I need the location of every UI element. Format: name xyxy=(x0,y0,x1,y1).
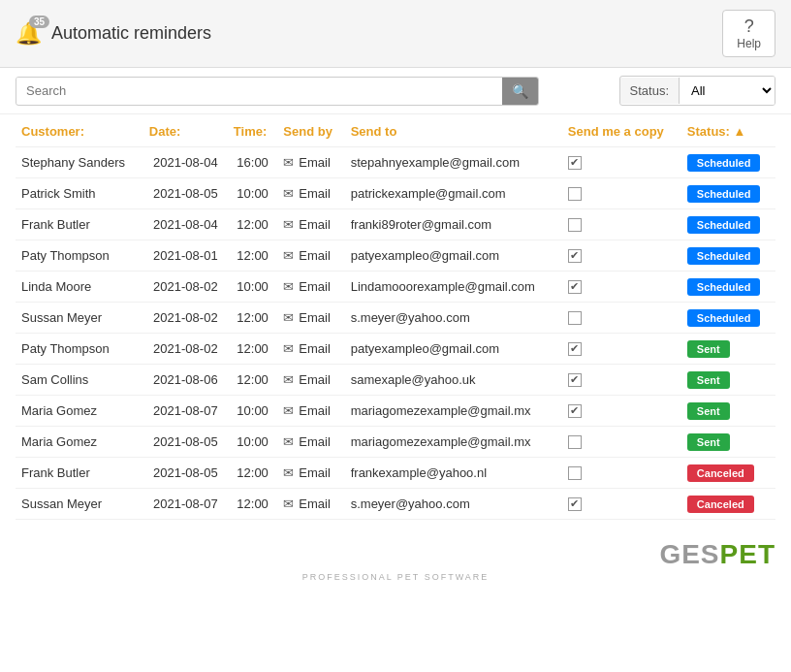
cell-copy xyxy=(562,303,681,334)
cell-send-to: mariagomezexample@gmail.mx xyxy=(345,396,562,427)
send-by-label: Email xyxy=(299,496,331,511)
cell-date: 2021-08-02 xyxy=(143,303,228,334)
cell-customer: Frank Butler xyxy=(16,458,143,489)
cell-status: Sent xyxy=(681,396,775,427)
status-badge: Sent xyxy=(687,340,730,358)
table-row: Sussan Meyer 2021-08-02 12:00 ✉ Email s.… xyxy=(16,303,775,334)
cell-status: Scheduled xyxy=(681,303,775,334)
envelope-icon: ✉ xyxy=(283,217,294,232)
cell-customer: Maria Gomez xyxy=(16,396,143,427)
table-row: Sussan Meyer 2021-08-07 12:00 ✉ Email s.… xyxy=(16,489,775,520)
footer-brand: GESPET PROFESSIONAL PET SOFTWARE xyxy=(0,520,791,592)
cell-time: 10:00 xyxy=(228,427,277,458)
copy-checkbox[interactable] xyxy=(568,435,582,449)
cell-time: 10:00 xyxy=(228,178,277,209)
cell-customer: Stephany Sanders xyxy=(16,147,143,178)
status-badge: Scheduled xyxy=(687,247,761,265)
cell-send-by: ✉ Email xyxy=(277,489,344,520)
status-badge: Sent xyxy=(687,402,730,420)
cell-send-to: mariagomezexample@gmail.mx xyxy=(345,427,562,458)
copy-checkbox[interactable]: ✔ xyxy=(568,404,582,418)
cell-send-by: ✉ Email xyxy=(277,365,344,396)
col-time: Time: xyxy=(228,114,277,147)
copy-checkbox[interactable]: ✔ xyxy=(568,249,582,263)
envelope-icon: ✉ xyxy=(283,155,294,170)
brand-tagline: PROFESSIONAL PET SOFTWARE xyxy=(16,572,775,582)
cell-customer: Linda Moore xyxy=(16,272,143,303)
status-badge: Sent xyxy=(687,371,730,389)
table-row: Maria Gomez 2021-08-05 10:00 ✉ Email mar… xyxy=(16,427,775,458)
envelope-icon: ✉ xyxy=(283,186,294,201)
cell-copy xyxy=(562,178,681,209)
copy-checkbox[interactable]: ✔ xyxy=(568,497,582,511)
cell-status: Sent xyxy=(681,365,775,396)
send-by-label: Email xyxy=(299,403,331,418)
cell-date: 2021-08-04 xyxy=(143,209,228,240)
cell-send-by: ✉ Email xyxy=(277,147,344,178)
table-row: Sam Collins 2021-08-06 12:00 ✉ Email sam… xyxy=(16,365,775,396)
status-badge: Scheduled xyxy=(687,154,761,172)
status-badge: Scheduled xyxy=(687,278,761,296)
status-badge: Canceled xyxy=(687,496,754,513)
cell-copy: ✔ xyxy=(562,240,681,272)
send-by-label: Email xyxy=(299,186,331,201)
search-wrapper: 🔍 xyxy=(16,77,539,106)
cell-copy: ✔ xyxy=(562,396,681,427)
copy-checkbox[interactable] xyxy=(568,466,582,480)
search-button[interactable]: 🔍 xyxy=(502,78,538,105)
reminders-table: Customer: Date: Time: Send by Send to Se… xyxy=(16,114,775,520)
cell-copy: ✔ xyxy=(562,489,681,520)
col-status[interactable]: Status: ▲ xyxy=(681,114,775,147)
envelope-icon: ✉ xyxy=(283,279,294,294)
cell-copy: ✔ xyxy=(562,365,681,396)
cell-status: Canceled xyxy=(681,489,775,520)
table-row: Frank Butler 2021-08-04 12:00 ✉ Email fr… xyxy=(16,209,775,240)
status-badge: Canceled xyxy=(687,464,754,482)
cell-date: 2021-08-04 xyxy=(143,147,228,178)
copy-checkbox[interactable] xyxy=(568,187,582,201)
cell-send-to: stepahnyexample@gmail.com xyxy=(345,147,562,178)
cell-send-to: frankexample@yahoo.nl xyxy=(345,458,562,489)
copy-checkbox[interactable] xyxy=(568,311,582,325)
send-by-label: Email xyxy=(299,279,331,294)
table-row: Stephany Sanders 2021-08-04 16:00 ✉ Emai… xyxy=(16,147,775,178)
cell-copy xyxy=(562,458,681,489)
cell-time: 16:00 xyxy=(228,147,277,178)
cell-copy xyxy=(562,427,681,458)
help-label: Help xyxy=(737,37,761,50)
table-row: Paty Thompson 2021-08-02 12:00 ✉ Email p… xyxy=(16,334,775,365)
copy-checkbox[interactable]: ✔ xyxy=(568,280,582,294)
envelope-icon: ✉ xyxy=(283,341,294,356)
cell-status: Scheduled xyxy=(681,178,775,209)
copy-checkbox[interactable]: ✔ xyxy=(568,156,582,170)
help-icon: ? xyxy=(744,16,754,37)
cell-status: Scheduled xyxy=(681,209,775,240)
cell-date: 2021-08-02 xyxy=(143,334,228,365)
envelope-icon: ✉ xyxy=(283,403,294,418)
copy-checkbox[interactable] xyxy=(568,218,582,232)
table-header-row: Customer: Date: Time: Send by Send to Se… xyxy=(16,114,775,147)
cell-customer: Paty Thompson xyxy=(16,240,143,272)
send-by-label: Email xyxy=(299,217,331,232)
copy-checkbox[interactable]: ✔ xyxy=(568,342,582,356)
search-input[interactable] xyxy=(16,78,502,104)
cell-copy: ✔ xyxy=(562,272,681,303)
cell-send-to: patyexampleo@gmail.com xyxy=(345,240,562,272)
cell-date: 2021-08-07 xyxy=(143,489,228,520)
cell-send-by: ✉ Email xyxy=(277,209,344,240)
status-select[interactable]: All Scheduled Sent Canceled xyxy=(680,77,775,105)
cell-status: Scheduled xyxy=(681,272,775,303)
help-button[interactable]: ? Help xyxy=(722,10,775,57)
envelope-icon: ✉ xyxy=(283,434,294,449)
table-wrapper: Customer: Date: Time: Send by Send to Se… xyxy=(0,114,791,520)
cell-date: 2021-08-05 xyxy=(143,427,228,458)
cell-send-to: patrickexample@gmail.com xyxy=(345,178,562,209)
header-left: 🔔 35 Automatic reminders xyxy=(16,21,211,47)
cell-status: Scheduled xyxy=(681,240,775,272)
col-send-by: Send by xyxy=(277,114,344,147)
cell-send-by: ✉ Email xyxy=(277,427,344,458)
status-badge: Scheduled xyxy=(687,216,761,234)
status-filter: Status: All Scheduled Sent Canceled xyxy=(619,76,775,106)
copy-checkbox[interactable]: ✔ xyxy=(568,373,582,387)
table-row: Patrick Smith 2021-08-05 10:00 ✉ Email p… xyxy=(16,178,775,209)
